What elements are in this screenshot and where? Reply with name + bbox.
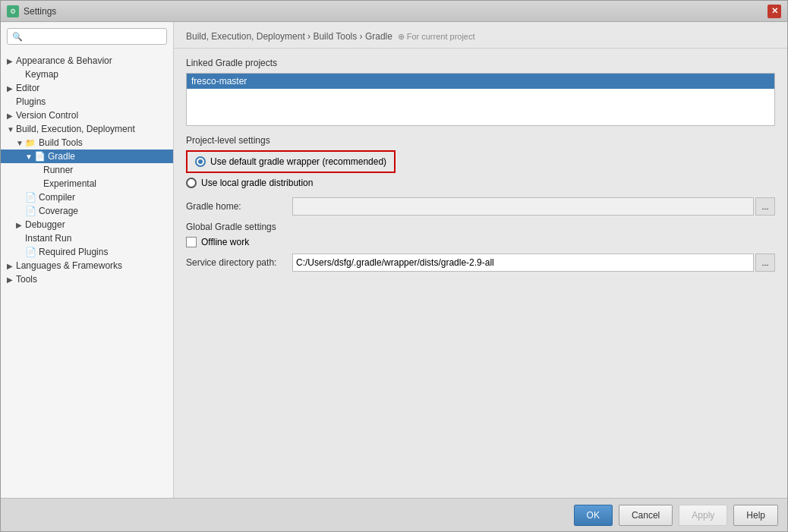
sidebar-item-runner[interactable]: Runner: [1, 163, 173, 177]
ok-button[interactable]: OK: [574, 505, 613, 526]
required-plugins-icon: 📄: [25, 247, 36, 257]
breadcrumb-section1: Build Tools: [313, 31, 357, 42]
sidebar-item-experimental[interactable]: Experimental: [1, 177, 173, 190]
sidebar-item-version-control[interactable]: ▶ Version Control: [1, 109, 173, 122]
close-button[interactable]: ✕: [768, 5, 781, 18]
folder-icon: 📁: [25, 137, 36, 148]
window-title: Settings: [24, 6, 768, 17]
gradle-home-label: Gradle home:: [186, 201, 292, 212]
breadcrumb-note: ⊕ For current project: [398, 32, 475, 41]
gradle-icon: 📄: [34, 151, 45, 162]
content-area: 🔍 ▶ Appearance & Behavior Keymap ▶ Edito…: [1, 22, 787, 498]
local-distribution-option[interactable]: Use local gradle distribution: [186, 178, 775, 188]
offline-work-checkbox[interactable]: [186, 237, 197, 247]
search-box[interactable]: 🔍: [7, 28, 167, 45]
sidebar-item-compiler[interactable]: 📄 Compiler: [1, 190, 173, 204]
service-directory-browse-button[interactable]: ...: [755, 253, 775, 272]
sidebar-item-plugins-label: Plugins: [16, 96, 46, 107]
local-distribution-label: Use local gradle distribution: [201, 178, 313, 188]
default-wrapper-option[interactable]: Use default gradle wrapper (recommended): [186, 150, 396, 173]
tree-container: ▶ Appearance & Behavior Keymap ▶ Editor …: [1, 51, 173, 498]
sidebar-item-required-plugins-label: Required Plugins: [39, 247, 108, 257]
breadcrumb-section2: Gradle: [365, 31, 392, 42]
local-distribution-radio[interactable]: [186, 178, 197, 188]
service-directory-label: Service directory path:: [186, 257, 292, 268]
sidebar-item-experimental-label: Experimental: [43, 178, 96, 189]
sidebar-item-languages[interactable]: ▶ Languages & Frameworks: [1, 259, 173, 272]
gradle-home-row: Gradle home: ...: [186, 197, 775, 216]
coverage-icon: 📄: [25, 206, 36, 216]
sidebar-item-build-tools[interactable]: ▼ 📁 Build Tools: [1, 136, 173, 150]
sidebar-item-editor[interactable]: ▶ Editor: [1, 81, 173, 95]
sidebar-item-appearance-label: Appearance & Behavior: [16, 55, 112, 66]
service-directory-row: Service directory path: ...: [186, 253, 775, 272]
sidebar-item-instant-run-label: Instant Run: [25, 233, 71, 244]
sidebar-item-build-tools-label: Build Tools: [39, 137, 83, 148]
service-directory-input[interactable]: [292, 253, 754, 272]
sidebar-item-instant-run[interactable]: Instant Run: [1, 231, 173, 245]
sidebar-item-keymap-label: Keymap: [25, 69, 58, 80]
breadcrumb: Build, Execution, Deployment › Build Too…: [174, 22, 787, 49]
sidebar-item-plugins[interactable]: Plugins: [1, 95, 173, 109]
main-content: Build, Execution, Deployment › Build Too…: [174, 22, 787, 498]
search-input[interactable]: [26, 31, 162, 42]
sidebar-item-appearance[interactable]: ▶ Appearance & Behavior: [1, 54, 173, 68]
sidebar-item-coverage-label: Coverage: [39, 206, 78, 216]
sidebar-item-compiler-label: Compiler: [39, 192, 75, 203]
settings-window: ⚙ Settings ✕ 🔍 ▶ Appearance & Behavior K…: [0, 0, 788, 532]
sidebar-item-version-control-label: Version Control: [16, 110, 78, 121]
cancel-button[interactable]: Cancel: [619, 505, 673, 526]
default-wrapper-label: Use default gradle wrapper (recommended): [210, 156, 386, 167]
apply-button[interactable]: Apply: [679, 505, 727, 526]
sidebar: 🔍 ▶ Appearance & Behavior Keymap ▶ Edito…: [1, 22, 174, 498]
sidebar-item-tools-label: Tools: [16, 274, 37, 285]
sidebar-item-gradle[interactable]: ▼ 📄 Gradle: [1, 150, 173, 163]
sidebar-item-build-execution-label: Build, Execution, Deployment: [16, 124, 135, 134]
sidebar-item-coverage[interactable]: 📄 Coverage: [1, 204, 173, 218]
compiler-icon: 📄: [25, 192, 36, 203]
sidebar-item-languages-label: Languages & Frameworks: [16, 260, 122, 271]
footer: OK Cancel Apply Help: [1, 498, 787, 531]
breadcrumb-path: Build, Execution, Deployment: [186, 31, 305, 42]
global-settings-section: Global Gradle settings Offline work Serv…: [186, 222, 775, 272]
sidebar-item-debugger-label: Debugger: [25, 219, 65, 230]
sidebar-item-editor-label: Editor: [16, 83, 39, 93]
linked-project-item[interactable]: fresco-master: [187, 74, 774, 89]
sidebar-item-required-plugins[interactable]: 📄 Required Plugins: [1, 245, 173, 259]
panel: Linked Gradle projects fresco-master Pro…: [174, 49, 787, 498]
app-icon: ⚙: [7, 5, 19, 17]
linked-projects-list[interactable]: fresco-master: [186, 73, 775, 126]
default-wrapper-radio[interactable]: [195, 156, 206, 167]
sidebar-item-keymap[interactable]: Keymap: [1, 68, 173, 81]
title-bar: ⚙ Settings ✕: [1, 1, 787, 22]
help-button[interactable]: Help: [733, 505, 778, 526]
sidebar-item-gradle-label: Gradle: [48, 151, 75, 162]
search-icon: 🔍: [12, 32, 23, 42]
sidebar-item-build-execution[interactable]: ▼ Build, Execution, Deployment: [1, 122, 173, 136]
sidebar-item-tools[interactable]: ▶ Tools: [1, 272, 173, 286]
project-settings-label: Project-level settings: [186, 135, 775, 146]
global-settings-label: Global Gradle settings: [186, 222, 775, 232]
sidebar-item-debugger[interactable]: ▶ Debugger: [1, 218, 173, 231]
gradle-home-input[interactable]: [292, 197, 754, 216]
offline-work-row[interactable]: Offline work: [186, 237, 775, 247]
offline-work-label: Offline work: [201, 237, 249, 247]
linked-projects-label: Linked Gradle projects: [186, 58, 775, 68]
gradle-home-browse-button[interactable]: ...: [755, 197, 775, 216]
sidebar-item-runner-label: Runner: [43, 165, 73, 175]
project-level-section: Use default gradle wrapper (recommended)…: [186, 150, 775, 188]
